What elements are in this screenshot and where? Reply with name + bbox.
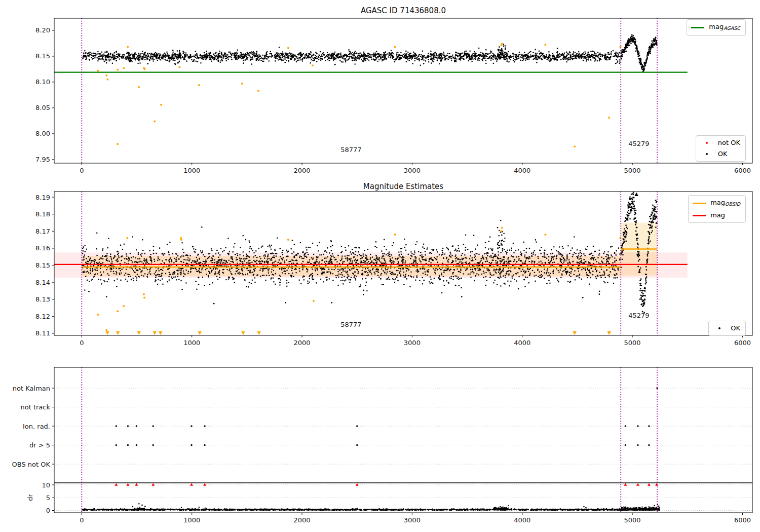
legend-mag-agasc: magAGASC <box>687 19 746 36</box>
flag-row-label: dr > 5 <box>29 441 50 449</box>
legend-label-ok: OK <box>731 323 740 333</box>
y-tick-label: 8.20 <box>35 26 50 34</box>
y-tick-label: 8.17 <box>35 227 50 235</box>
y-tick-label: 8.19 <box>35 194 50 201</box>
obsid-label-45279: 45279 <box>628 312 649 319</box>
y-tick-label: 8.16 <box>35 244 50 252</box>
x-tick-label: 1000 <box>183 339 200 347</box>
not-ok-dot-swatch <box>700 139 713 146</box>
legend-item-ok: OK <box>713 323 740 333</box>
y-tick-label: 8.18 <box>35 210 50 218</box>
axes-border <box>54 367 752 513</box>
dr-tick-label: 0 <box>46 507 50 514</box>
legend-label-main: mag <box>709 23 724 30</box>
panel-agasc: 7.958.008.058.108.158.205877745279010002… <box>35 18 752 174</box>
obsid-label-58777: 58777 <box>340 146 361 154</box>
y-tick-label: 8.10 <box>35 78 50 86</box>
legend-label-mag-agasc: magAGASC <box>709 22 740 33</box>
x-tick-label: 6000 <box>734 167 751 174</box>
x-tick-label: 6000 <box>734 339 751 347</box>
panel-flags: not Kalmannot trackIon. rad.dr > 5OBS no… <box>12 367 753 524</box>
scatter-ok-obsid-45279 <box>620 34 657 72</box>
y-tick-label: 8.12 <box>35 313 50 320</box>
legend-ok-bottom: OK <box>708 321 746 336</box>
x-tick-label: 4000 <box>514 167 530 174</box>
x-tick-label: 3000 <box>404 339 421 347</box>
x-tick-label: 5000 <box>624 339 641 347</box>
x-tick-label: 4000 <box>514 516 530 524</box>
legend-item-ok: OK <box>700 149 740 159</box>
dr-tick-label: 5 <box>46 494 50 502</box>
legend-item-not-ok: not OK <box>700 138 740 148</box>
dr-scatter <box>82 503 660 511</box>
panel1-title: AGASC ID 71436808.0 <box>54 6 752 15</box>
ok-dot-swatch <box>713 325 726 332</box>
x-tick-label: 1000 <box>183 516 200 524</box>
legend-label-sub: OBSID <box>725 201 740 207</box>
x-tick-label: 1000 <box>183 167 200 174</box>
scatter-ok-main <box>82 47 621 66</box>
flag-dots-dr > 5 <box>116 444 650 446</box>
x-tick-label: 2000 <box>293 339 310 347</box>
y-tick-label: 8.00 <box>35 130 50 137</box>
scatter-ok-low <box>88 291 600 304</box>
legend-item-mag-obsid: magOBSID <box>693 198 740 209</box>
y-tick-label: 8.15 <box>35 52 50 60</box>
flag-row-label: not track <box>20 403 50 411</box>
y-tick-label: 8.05 <box>35 104 50 111</box>
legend-label-main: mag <box>710 199 725 206</box>
flag-row-label: Ion. rad. <box>23 423 50 430</box>
x-tick-label: 0 <box>80 339 84 347</box>
x-tick-label: 0 <box>80 516 84 524</box>
y-tick-label: 8.13 <box>35 295 50 303</box>
y-tick-label: 7.95 <box>35 156 50 163</box>
scatter-ok-low <box>106 62 617 65</box>
mag-line-swatch <box>693 215 706 216</box>
legend-label-sub: AGASC <box>724 25 740 31</box>
scatter-not-ok <box>97 227 621 331</box>
legend-label-mag-obsid: magOBSID <box>710 198 740 209</box>
legend-ok-flags: not OK OK <box>696 135 746 162</box>
clipped-high-marker <box>634 193 638 197</box>
legend-label-not-ok: not OK <box>718 138 740 148</box>
legend-mag-obsid: magOBSID mag <box>688 195 746 223</box>
legend-item-mag-agasc: magAGASC <box>691 22 740 33</box>
ok-dot-swatch <box>700 150 713 158</box>
y-tick-label: 8.15 <box>35 261 50 269</box>
panel-magest: 8.118.128.138.148.158.168.178.188.195877… <box>35 192 752 347</box>
figure-svg: 7.958.008.058.108.158.205877745279010002… <box>0 0 760 532</box>
y-tick-label: 8.14 <box>35 279 50 286</box>
obsid-label-58777: 58777 <box>340 321 361 328</box>
mag-obsid-line-swatch <box>693 203 706 204</box>
clipped-low-markers <box>105 331 611 335</box>
panel2-title: Magnitude Estimates <box>54 182 752 191</box>
flag-dots-Ion. rad. <box>116 425 650 427</box>
legend-item-mag: mag <box>693 210 740 220</box>
obsid-label-45279: 45279 <box>628 140 649 147</box>
dr-tick-label: 10 <box>42 481 50 489</box>
x-tick-label: 0 <box>80 167 84 174</box>
y-tick-label: 8.11 <box>35 329 50 337</box>
dr-over-limit-points <box>115 483 658 486</box>
flag-row-label: not Kalman <box>13 385 50 392</box>
dr-axis-label: dr <box>26 494 34 501</box>
x-tick-label: 5000 <box>624 516 641 524</box>
x-tick-label: 2000 <box>293 167 310 174</box>
x-tick-label: 5000 <box>624 167 641 174</box>
x-tick-label: 3000 <box>404 167 421 174</box>
x-tick-label: 2000 <box>293 516 310 524</box>
legend-label-ok: OK <box>718 149 728 159</box>
mag-agasc-line-swatch <box>691 27 704 28</box>
legend-label-mag: mag <box>710 210 725 220</box>
figure: 7.958.008.058.108.158.205877745279010002… <box>0 0 760 532</box>
flag-row-label: OBS not OK <box>12 461 51 468</box>
x-tick-label: 6000 <box>734 516 751 524</box>
x-tick-label: 3000 <box>404 516 421 524</box>
x-tick-label: 4000 <box>514 339 530 347</box>
